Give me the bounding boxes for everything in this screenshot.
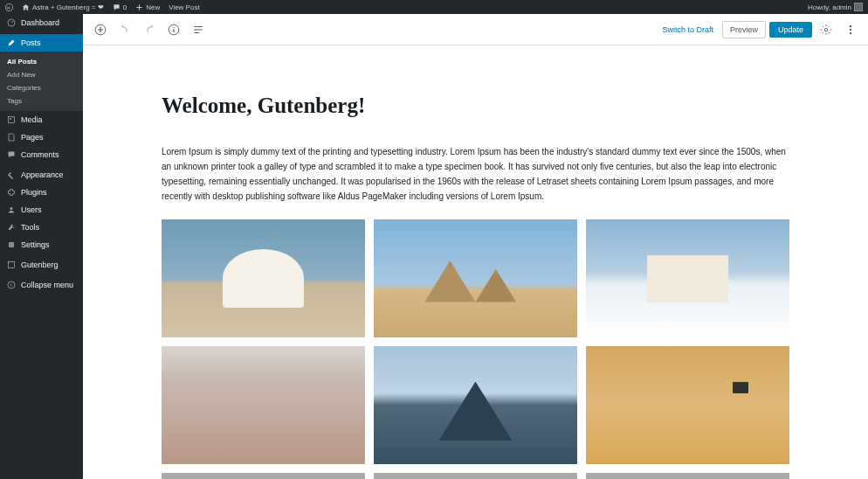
gallery-block[interactable]	[162, 219, 789, 479]
switch-draft-link[interactable]: Switch to Draft	[657, 25, 719, 34]
comments-link[interactable]: 0	[113, 3, 127, 11]
svg-point-13	[850, 31, 851, 33]
menu-appearance[interactable]: Appearance	[0, 166, 83, 184]
editor: Switch to Draft Preview Update Welcome, …	[83, 14, 868, 479]
comment-count: 0	[123, 3, 127, 11]
admin-bar: Astra + Gutenberg = ❤ 0 New View Post Ho…	[0, 0, 868, 14]
add-block-button[interactable]	[90, 19, 111, 40]
update-button[interactable]: Update	[769, 22, 812, 38]
preview-button[interactable]: Preview	[722, 21, 766, 38]
settings-toggle-button[interactable]	[816, 19, 837, 40]
gallery-image[interactable]	[374, 219, 577, 337]
svg-rect-5	[9, 262, 15, 268]
content-structure-button[interactable]	[188, 19, 209, 40]
avatar	[854, 3, 863, 11]
gallery-image[interactable]	[162, 346, 365, 464]
gallery-image[interactable]	[586, 219, 789, 337]
wp-logo[interactable]	[5, 3, 13, 11]
site-name: Astra + Gutenberg = ❤	[32, 3, 104, 11]
redo-button[interactable]	[139, 19, 160, 40]
gallery-image[interactable]	[586, 346, 789, 464]
gallery-image[interactable]	[374, 473, 577, 479]
gallery-image[interactable]	[374, 346, 577, 464]
view-post-link[interactable]: View Post	[169, 3, 199, 11]
gallery-image[interactable]	[162, 473, 365, 479]
submenu-add-new[interactable]: Add New	[0, 68, 83, 81]
svg-point-0	[5, 3, 12, 10]
svg-point-10	[824, 28, 828, 31]
undo-button[interactable]	[114, 19, 135, 40]
svg-point-4	[10, 207, 13, 210]
gallery-image[interactable]	[586, 473, 789, 479]
submenu-categories[interactable]: Categories	[0, 81, 83, 94]
menu-comments[interactable]: Comments	[0, 146, 83, 163]
more-menu-button[interactable]	[840, 19, 861, 40]
menu-pages[interactable]: Pages	[0, 128, 83, 146]
svg-point-3	[10, 118, 11, 120]
menu-dashboard[interactable]: Dashboard	[0, 14, 83, 31]
menu-settings[interactable]: Settings	[0, 236, 83, 253]
menu-users[interactable]: Users	[0, 201, 83, 219]
post-paragraph[interactable]: Lorem Ipsum is simply dummy text of the …	[162, 144, 789, 204]
svg-point-12	[850, 28, 851, 30]
menu-media[interactable]: Media	[0, 111, 83, 128]
site-name-link[interactable]: Astra + Gutenberg = ❤	[22, 3, 104, 11]
post-title[interactable]: Welcome, Gutenberg!	[162, 94, 789, 118]
submenu-posts: All Posts Add New Categories Tags	[0, 52, 83, 111]
info-button[interactable]	[163, 19, 184, 40]
menu-plugins[interactable]: Plugins	[0, 184, 83, 201]
new-label: New	[146, 3, 160, 11]
svg-point-11	[850, 24, 851, 26]
editor-toolbar: Switch to Draft Preview Update	[83, 14, 868, 45]
greeting[interactable]: Howdy, admin	[808, 3, 863, 11]
menu-posts[interactable]: Posts	[0, 34, 83, 52]
new-link[interactable]: New	[135, 3, 160, 11]
svg-point-6	[8, 281, 15, 288]
submenu-tags[interactable]: Tags	[0, 94, 83, 108]
submenu-all-posts[interactable]: All Posts	[0, 55, 83, 68]
menu-gutenberg[interactable]: Gutenberg	[0, 256, 83, 274]
svg-rect-2	[9, 117, 15, 123]
menu-tools[interactable]: Tools	[0, 219, 83, 236]
svg-point-9	[173, 27, 174, 28]
editor-content[interactable]: Welcome, Gutenberg! Lorem Ipsum is simpl…	[83, 45, 868, 479]
admin-sidebar: Dashboard Posts All Posts Add New Catego…	[0, 14, 83, 479]
menu-collapse[interactable]: Collapse menu	[0, 276, 83, 294]
gallery-image[interactable]	[162, 219, 365, 337]
